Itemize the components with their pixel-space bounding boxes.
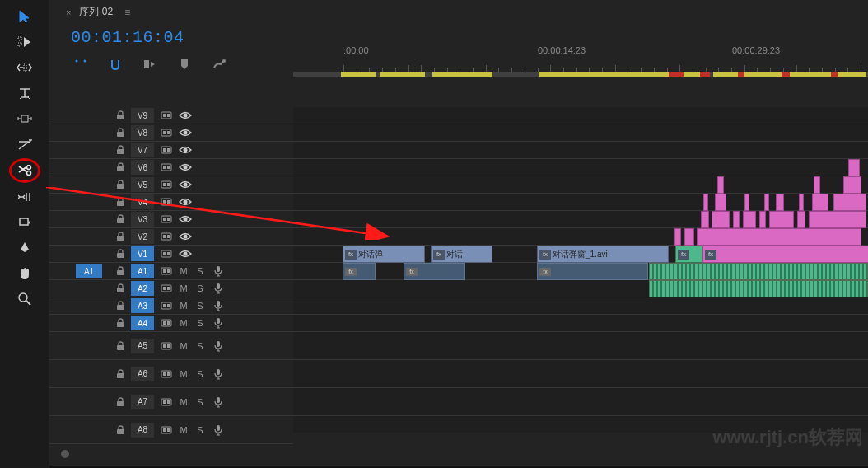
video-lane[interactable] xyxy=(293,176,868,194)
mute-button[interactable]: M xyxy=(175,266,192,276)
mute-button[interactable]: M xyxy=(175,341,192,351)
lock-icon[interactable] xyxy=(113,266,128,276)
video-lane[interactable] xyxy=(293,228,868,246)
sync-lock-icon[interactable] xyxy=(157,111,175,119)
video-lane[interactable] xyxy=(293,107,868,124)
sync-lock-icon[interactable] xyxy=(157,267,175,275)
video-clip[interactable] xyxy=(843,176,861,194)
track-target[interactable]: V4 xyxy=(131,194,154,209)
solo-button[interactable]: S xyxy=(192,301,208,311)
voice-over-icon[interactable] xyxy=(208,300,228,311)
mute-button[interactable]: M xyxy=(175,318,192,328)
voice-over-icon[interactable] xyxy=(208,317,228,329)
solo-button[interactable]: S xyxy=(192,369,208,379)
snap-toggle[interactable] xyxy=(109,58,122,71)
video-clip[interactable] xyxy=(799,194,804,211)
lock-icon[interactable] xyxy=(113,397,128,407)
type-tool[interactable] xyxy=(12,187,37,207)
sync-lock-icon[interactable] xyxy=(157,302,175,310)
sync-lock-icon[interactable] xyxy=(157,370,175,378)
track-target[interactable]: V2 xyxy=(131,229,154,244)
video-clip[interactable] xyxy=(717,176,724,194)
sync-lock-icon[interactable] xyxy=(157,398,175,406)
track-target[interactable]: A7 xyxy=(131,395,154,410)
solo-button[interactable]: S xyxy=(192,283,208,293)
sync-lock-icon[interactable] xyxy=(157,250,175,258)
scrollbar-thumb[interactable] xyxy=(61,450,69,458)
track-target[interactable]: A6 xyxy=(131,367,154,381)
razor-tool[interactable] xyxy=(12,161,37,180)
video-clip[interactable] xyxy=(812,194,828,211)
slide-tool[interactable] xyxy=(12,134,37,154)
solo-button[interactable]: S xyxy=(192,318,208,328)
video-lane[interactable] xyxy=(293,211,868,228)
video-lane[interactable]: fx对话弹fx对话fx对话弹窗_1.avifxfx颜 xyxy=(293,246,868,263)
audio-lane[interactable] xyxy=(293,297,868,315)
video-lane[interactable] xyxy=(293,142,868,159)
selection-tool[interactable] xyxy=(12,7,37,26)
track-target[interactable]: A8 xyxy=(131,423,154,438)
toggle-output-icon[interactable] xyxy=(175,163,195,171)
marker-button[interactable] xyxy=(178,58,191,71)
sync-lock-icon[interactable] xyxy=(157,146,175,154)
lock-icon[interactable] xyxy=(113,128,128,138)
sync-lock-icon[interactable] xyxy=(157,129,175,137)
audio-clip[interactable]: fx xyxy=(537,263,648,280)
video-lane[interactable] xyxy=(293,194,868,211)
mute-button[interactable]: M xyxy=(175,425,192,435)
toggle-output-icon[interactable] xyxy=(175,111,195,119)
track-target[interactable]: A5 xyxy=(131,339,154,353)
pen-tool[interactable] xyxy=(12,238,37,258)
insert-overwrite-toggle[interactable] xyxy=(74,58,87,71)
sync-lock-icon[interactable] xyxy=(157,426,175,434)
lock-icon[interactable] xyxy=(113,318,128,328)
lock-icon[interactable] xyxy=(113,145,128,155)
toggle-output-icon[interactable] xyxy=(175,250,195,258)
video-clip[interactable] xyxy=(674,228,681,246)
audio-lane[interactable] xyxy=(293,332,868,360)
sequence-tab[interactable]: × 序列 02 ≡ xyxy=(66,5,130,19)
track-target[interactable]: V1 xyxy=(131,246,154,261)
close-icon[interactable]: × xyxy=(66,7,71,17)
video-clip[interactable] xyxy=(744,194,749,211)
video-clip[interactable] xyxy=(701,211,709,228)
video-clip[interactable] xyxy=(712,211,730,228)
audio-lane[interactable]: fxfxfx xyxy=(293,263,868,280)
video-clip[interactable]: fx xyxy=(675,246,702,263)
rectangle-tool[interactable] xyxy=(12,213,37,232)
sync-lock-icon[interactable] xyxy=(157,232,175,241)
settings-button[interactable] xyxy=(212,58,226,71)
track-target[interactable]: V9 xyxy=(131,108,154,123)
playhead-timecode[interactable]: 00:01:16:04 xyxy=(71,28,184,47)
video-clip[interactable]: fx颜 xyxy=(702,246,868,263)
toggle-output-icon[interactable] xyxy=(175,129,195,137)
timeline-zoom-scrollbar[interactable] xyxy=(49,450,293,460)
lock-icon[interactable] xyxy=(113,341,128,351)
lock-icon[interactable] xyxy=(113,180,128,190)
video-clip[interactable]: fx对话弹窗_1.avi xyxy=(537,246,669,263)
mute-button[interactable]: M xyxy=(175,301,192,311)
video-lane[interactable] xyxy=(293,124,868,142)
voice-over-icon[interactable] xyxy=(208,283,228,294)
video-clip[interactable] xyxy=(797,211,805,228)
audio-clip[interactable]: fx xyxy=(404,263,465,280)
video-clip[interactable] xyxy=(733,211,740,228)
sync-lock-icon[interactable] xyxy=(157,198,175,206)
mute-button[interactable]: M xyxy=(175,369,192,379)
source-patch[interactable]: A1 xyxy=(76,264,102,278)
lock-icon[interactable] xyxy=(113,162,128,172)
track-target[interactable]: V3 xyxy=(131,212,154,227)
voice-over-icon[interactable] xyxy=(208,368,228,380)
video-clip[interactable] xyxy=(703,194,708,211)
ripple-edit-tool[interactable] xyxy=(12,58,37,77)
sync-lock-icon[interactable] xyxy=(157,284,175,292)
track-target[interactable]: V6 xyxy=(131,160,154,175)
audio-lane[interactable] xyxy=(293,360,868,388)
clips-area[interactable]: fx对话弹fx对话fx对话弹窗_1.avifxfx颜 fxfxfx xyxy=(293,107,868,433)
lock-icon[interactable] xyxy=(113,301,128,311)
lock-icon[interactable] xyxy=(113,283,128,293)
track-target[interactable]: A4 xyxy=(131,316,154,330)
sync-lock-icon[interactable] xyxy=(157,215,175,223)
solo-button[interactable]: S xyxy=(192,397,208,407)
toggle-output-icon[interactable] xyxy=(175,146,195,154)
